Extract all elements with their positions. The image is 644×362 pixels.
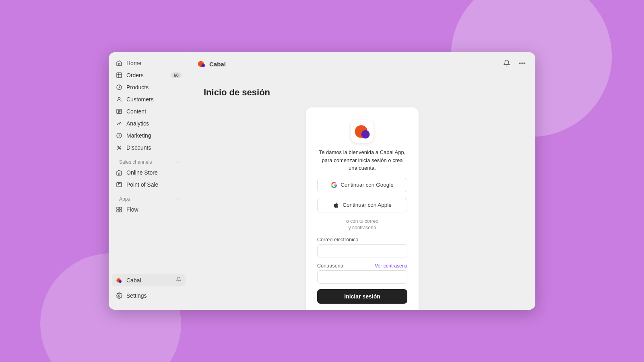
sales-channels-header[interactable]: Sales channels › [112,156,186,167]
sidebar-item-products-label: Products [126,84,149,90]
top-bar: Cabal [189,52,535,76]
welcome-text: Te damos la bienvenida a Cabal App, para… [317,148,407,172]
password-input[interactable] [317,270,407,284]
sidebar-item-home[interactable]: Home [112,57,186,69]
sidebar-item-settings-label: Settings [126,292,147,299]
sidebar-item-discounts-label: Discounts [126,144,151,151]
cabal-bell-icon[interactable] [176,277,182,284]
flow-icon [116,206,122,213]
cabal-logo-svg [353,123,371,140]
discounts-icon [116,144,122,151]
google-signin-button[interactable]: Continuar con Google [317,178,407,192]
svg-rect-7 [118,173,120,175]
svg-rect-12 [120,210,122,212]
sidebar-item-flow[interactable]: Flow [112,204,186,216]
login-button[interactable]: Iniciar sesión [317,289,407,304]
top-bar-actions [502,58,527,70]
sidebar-item-online-store-label: Online Store [126,169,158,176]
password-label: Contraseña [317,263,343,269]
settings-icon [116,292,122,299]
orders-badge: 60 [171,72,182,78]
svg-point-17 [201,64,205,67]
google-icon [331,182,337,188]
show-password-link[interactable]: Ver contraseña [375,263,407,269]
sidebar-item-customers[interactable]: Customers [112,93,186,105]
sidebar-item-orders[interactable]: Orders 60 [112,69,186,81]
apple-signin-button[interactable]: Continuar con Apple [317,198,407,212]
sidebar-item-discounts[interactable]: Discounts [112,142,186,154]
sidebar-item-content[interactable]: Content [112,105,186,117]
cabal-logo-large [351,120,374,143]
analytics-icon [116,120,122,127]
sidebar-item-marketing[interactable]: Marketing [112,130,186,142]
sidebar-item-analytics-label: Analytics [126,120,149,127]
svg-rect-0 [117,73,122,78]
content-body: Inicio de sesión Te damos la bienvenida … [189,76,535,310]
svg-rect-10 [120,207,122,209]
sidebar-item-analytics[interactable]: Analytics [112,117,186,130]
login-card: Te damos la bienvenida a Cabal App, para… [306,107,419,310]
customers-icon [116,96,122,103]
svg-point-20 [524,63,524,64]
svg-rect-9 [117,207,119,209]
password-form-group: Contraseña Ver contraseña [317,263,407,284]
svg-point-2 [118,97,120,99]
store-icon [116,169,122,176]
svg-point-15 [118,295,120,296]
app-window: Home Orders 60 [109,52,535,310]
apps-header[interactable]: Apps › [112,193,186,204]
email-input[interactable] [317,244,407,257]
sales-channels-chevron: › [177,160,178,165]
sidebar-item-settings[interactable]: Settings [112,290,186,302]
sidebar-item-point-of-sale[interactable]: Point of Sale [112,179,186,191]
sidebar-item-cabal-active[interactable]: Cabal [112,274,186,286]
home-icon [116,60,122,66]
svg-point-22 [361,130,369,138]
sidebar-item-marketing-label: Marketing [126,132,151,139]
notification-button[interactable] [502,58,512,70]
sidebar-item-online-store[interactable]: Online Store [112,167,186,179]
svg-rect-11 [117,210,119,212]
app-name: Cabal [209,61,226,68]
email-label: Correo electrónico [317,237,407,243]
pos-icon [116,181,122,188]
sales-channels-label: Sales channels [119,159,152,165]
svg-point-18 [520,63,520,64]
cabal-logo-icon [197,60,206,68]
products-icon [116,84,122,90]
sidebar-item-pos-label: Point of Sale [126,181,158,188]
svg-point-14 [119,280,122,283]
divider-text: o con tu correo y contraseña [346,218,378,232]
cabal-sidebar-icon [116,277,122,284]
apple-icon [333,202,339,208]
sidebar-item-customers-label: Customers [126,96,154,103]
sidebar: Home Orders 60 [109,52,189,310]
sidebar-item-products[interactable]: Products [112,81,186,93]
recover-password-link[interactable]: Recuperar contraseña [337,309,387,310]
svg-point-19 [522,63,522,64]
content-icon [116,108,122,115]
orders-icon [116,72,122,78]
apps-label: Apps [119,196,130,202]
main-content: Cabal Inicio de sesión [189,52,535,310]
sidebar-item-flow-label: Flow [126,206,138,213]
more-button[interactable] [517,58,527,70]
app-logo: Cabal [197,60,226,68]
marketing-icon [116,132,122,139]
sidebar-item-orders-label: Orders [126,72,144,78]
email-form-group: Correo electrónico [317,237,407,257]
page-title: Inicio de sesión [204,87,270,98]
svg-rect-8 [117,183,122,187]
sidebar-item-content-label: Content [126,108,146,115]
sidebar-item-home-label: Home [126,60,141,66]
apps-chevron: › [177,197,178,202]
cabal-active-label: Cabal [126,277,141,284]
